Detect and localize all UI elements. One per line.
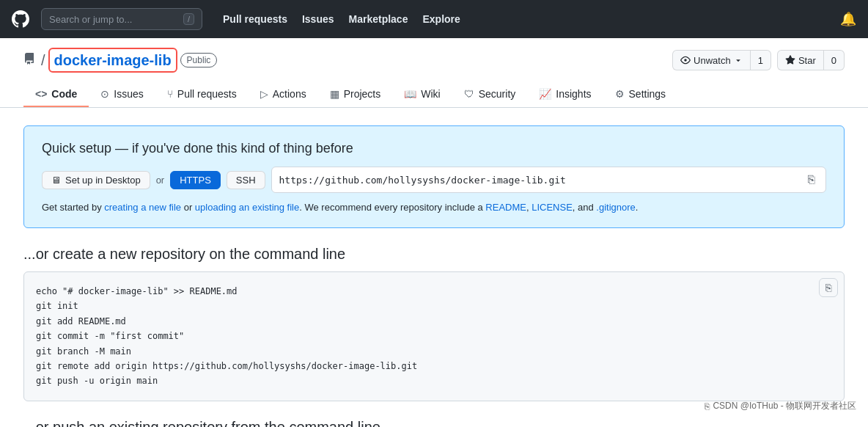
tab-actions[interactable]: ▷ Actions bbox=[249, 82, 318, 107]
copy-new-repo-button[interactable]: ⎘ bbox=[819, 278, 838, 297]
repo-url-box: https://github.com/hollysyshs/docker-ima… bbox=[271, 167, 826, 193]
projects-icon: ▦ bbox=[330, 88, 339, 100]
insights-icon: 📈 bbox=[539, 88, 551, 100]
tab-code-label: Code bbox=[51, 88, 77, 100]
slash-separator: / bbox=[41, 52, 45, 69]
security-icon: 🛡 bbox=[464, 88, 474, 100]
tab-code[interactable]: <> Code bbox=[23, 82, 89, 107]
https-button[interactable]: HTTPS bbox=[170, 171, 221, 189]
repo-url: https://github.com/hollysyshs/docker-ima… bbox=[279, 175, 566, 186]
existing-repo-title: ...or push an existing repository from t… bbox=[23, 419, 845, 427]
tab-insights[interactable]: 📈 Insights bbox=[527, 82, 603, 107]
or-separator: or bbox=[156, 175, 165, 186]
github-logo[interactable] bbox=[12, 10, 29, 28]
actions-icon: ▷ bbox=[260, 88, 268, 100]
nav-pull-requests[interactable]: Pull requests bbox=[217, 9, 293, 29]
tab-pull-requests[interactable]: ⑂ Pull requests bbox=[155, 82, 249, 107]
desktop-icon: 🖥 bbox=[51, 175, 61, 186]
code-icon: <> bbox=[35, 88, 47, 100]
new-repo-code-box: ⎘ echo "# docker-image-lib" >> README.md… bbox=[23, 271, 845, 401]
https-label: HTTPS bbox=[180, 175, 211, 186]
tab-settings[interactable]: ⚙ Settings bbox=[603, 82, 678, 107]
repo-name: docker-image-lib bbox=[51, 51, 174, 70]
star-count[interactable]: 0 bbox=[824, 50, 845, 70]
unwatch-group: Unwatch 1 bbox=[672, 50, 771, 70]
unwatch-label: Unwatch bbox=[694, 55, 731, 66]
tab-security[interactable]: 🛡 Security bbox=[452, 82, 528, 107]
main-content: Quick setup — if you've done this kind o… bbox=[0, 108, 868, 427]
unwatch-count[interactable]: 1 bbox=[751, 50, 771, 70]
star-button[interactable]: Star bbox=[777, 50, 824, 70]
unwatch-button[interactable]: Unwatch bbox=[672, 50, 751, 70]
settings-icon: ⚙ bbox=[615, 88, 625, 100]
watermark: ⎘ CSDN @IoTHub - 物联网开发者社区 bbox=[705, 400, 856, 412]
repo-title-row: / docker-image-lib Public Unwatch 1 bbox=[23, 50, 845, 70]
watermark-icon: ⎘ bbox=[705, 401, 710, 412]
create-new-file-link[interactable]: creating a new file bbox=[104, 202, 181, 213]
header-right: 🔔 bbox=[840, 11, 856, 27]
ssh-button[interactable]: SSH bbox=[227, 171, 265, 189]
tab-wiki-label: Wiki bbox=[421, 88, 440, 100]
copy-url-button[interactable]: ⎘ bbox=[805, 170, 818, 189]
repo-actions: Unwatch 1 Star 0 bbox=[666, 50, 845, 70]
repo-name-link[interactable]: docker-image-lib bbox=[51, 52, 174, 69]
new-repo-title: ...or create a new repository on the com… bbox=[23, 246, 845, 263]
nav-marketplace[interactable]: Marketplace bbox=[343, 9, 414, 29]
tab-issues[interactable]: ⊙ Issues bbox=[89, 82, 155, 107]
gitignore-link[interactable]: .gitignore bbox=[596, 202, 635, 213]
quick-setup-box: Quick setup — if you've done this kind o… bbox=[23, 125, 845, 228]
quick-setup-title: Quick setup — if you've done this kind o… bbox=[42, 141, 826, 156]
setup-desktop-button[interactable]: 🖥 Set up in Desktop bbox=[42, 171, 150, 189]
tab-security-label: Security bbox=[479, 88, 516, 100]
upload-file-link[interactable]: uploading an existing file bbox=[195, 202, 299, 213]
repo-tabs: <> Code ⊙ Issues ⑂ Pull requests ▷ Actio… bbox=[23, 82, 845, 107]
tab-issues-label: Issues bbox=[114, 88, 143, 100]
setup-desktop-label: Set up in Desktop bbox=[65, 175, 141, 186]
nav-issues[interactable]: Issues bbox=[296, 9, 340, 29]
tab-settings-label: Settings bbox=[629, 88, 666, 100]
new-repo-code: echo "# docker-image-lib" >> README.md g… bbox=[36, 284, 832, 389]
tab-insights-label: Insights bbox=[556, 88, 591, 100]
nav-explore[interactable]: Explore bbox=[416, 9, 466, 29]
notifications-icon[interactable]: 🔔 bbox=[840, 11, 856, 27]
tab-actions-label: Actions bbox=[273, 88, 306, 100]
tab-wiki[interactable]: 📖 Wiki bbox=[392, 82, 452, 107]
top-header: Search or jump to... / Pull requests Iss… bbox=[0, 0, 868, 38]
tab-pr-label: Pull requests bbox=[177, 88, 237, 100]
repo-icon bbox=[23, 53, 35, 67]
ssh-label: SSH bbox=[236, 175, 256, 186]
watermark-text: CSDN @IoTHub - 物联网开发者社区 bbox=[713, 400, 856, 412]
issues-icon: ⊙ bbox=[100, 88, 109, 100]
tab-projects-label: Projects bbox=[344, 88, 381, 100]
search-bar[interactable]: Search or jump to... / bbox=[41, 8, 202, 30]
repo-header: / docker-image-lib Public Unwatch 1 bbox=[0, 38, 868, 108]
setup-description: Get started by creating a new file or up… bbox=[42, 202, 826, 213]
star-label: Star bbox=[798, 55, 816, 66]
tab-projects[interactable]: ▦ Projects bbox=[318, 82, 393, 107]
setup-buttons-row: 🖥 Set up in Desktop or HTTPS SSH https:/… bbox=[42, 167, 826, 193]
visibility-badge: Public bbox=[180, 53, 218, 67]
main-nav: Pull requests Issues Marketplace Explore bbox=[217, 9, 466, 29]
wiki-icon: 📖 bbox=[404, 88, 416, 100]
pr-icon: ⑂ bbox=[167, 88, 173, 100]
search-placeholder: Search or jump to... bbox=[49, 14, 132, 25]
readme-link[interactable]: README bbox=[485, 202, 526, 213]
star-group: Star 0 bbox=[777, 50, 845, 70]
license-link[interactable]: LICENSE bbox=[532, 202, 573, 213]
search-kbd: / bbox=[183, 13, 194, 25]
